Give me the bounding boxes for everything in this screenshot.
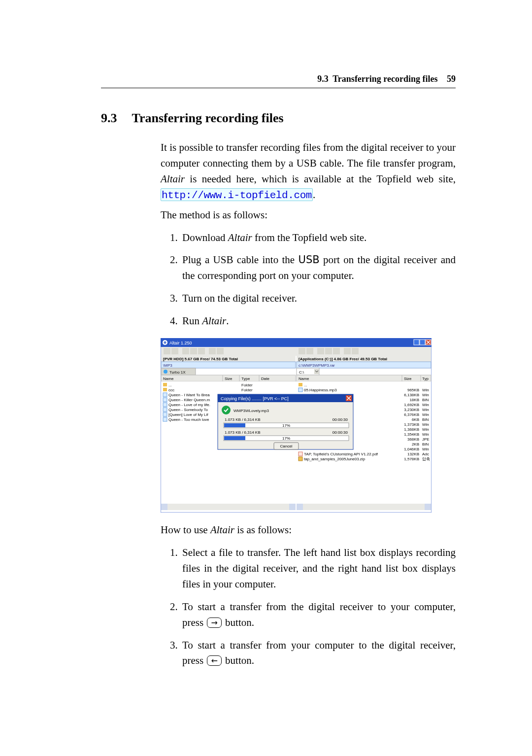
svg-text:6,376KB: 6,376KB [404, 412, 419, 417]
svg-text:965KB: 965KB [407, 388, 419, 392]
svg-text:...: ... [304, 383, 307, 387]
svg-rect-11 [299, 348, 305, 354]
howto-step-2: To start a transfer from the digital rec… [180, 599, 456, 631]
file-icon [163, 408, 167, 412]
pdf-icon [299, 452, 302, 456]
svg-text:tap_and_samples_2005June03.zip: tap_and_samples_2005June03.zip [304, 457, 366, 461]
scroll-left-icon[interactable] [297, 504, 303, 510]
svg-text:TAP, Topfield's CUstomizing AP: TAP, Topfield's CUstomizing API V1.22.pd… [304, 452, 378, 456]
section-number: 9.3 [101, 111, 117, 125]
svg-text:2KB: 2KB [412, 442, 419, 447]
method-intro: The method is as follows: [161, 207, 456, 223]
file-icon [163, 398, 167, 402]
svg-text:Folder: Folder [241, 383, 253, 387]
svg-text:1,046KB: 1,046KB [404, 447, 419, 451]
method-steps: Download Altair from the Topfield web si… [161, 230, 456, 330]
svg-text:c:\WMP3WPMP3.rar: c:\WMP3WPMP3.rar [299, 363, 335, 368]
svg-rect-79 [297, 504, 431, 510]
svg-point-82 [222, 406, 231, 414]
scroll-right-icon[interactable] [289, 504, 296, 510]
zip-icon [299, 457, 302, 461]
arrow-right-key: → [207, 618, 221, 628]
svg-text:BIN: BIN [422, 442, 429, 447]
minimize-icon[interactable] [414, 340, 419, 345]
svg-rect-12 [306, 348, 313, 354]
right-disk-stat: [Applications (C:)] 4.86 GB Free/ 49.53 … [299, 357, 387, 361]
svg-text:18KB: 18KB [409, 398, 419, 402]
svg-text:ccc: ccc [168, 388, 174, 392]
svg-text:6KB: 6KB [412, 417, 419, 422]
window-buttons [414, 340, 431, 345]
file-icon [163, 403, 167, 407]
running-head: 9.3 Transferring recording files 59 [317, 74, 456, 84]
howto-step-3: To start a transfer from your computer t… [180, 638, 456, 669]
col-size-left[interactable]: Size [225, 377, 233, 381]
head-section-title: Transferring recording files [332, 74, 437, 84]
svg-text:Queen - Somebody To: Queen - Somebody To [168, 408, 208, 412]
scroll-left-icon[interactable] [161, 504, 167, 510]
topfield-url[interactable]: http://www.i-topfield.com [161, 188, 313, 201]
scroll-right-icon[interactable] [425, 504, 431, 510]
folder-icon [163, 383, 167, 386]
svg-rect-85 [224, 423, 245, 427]
col-name-right[interactable]: Name [299, 377, 309, 381]
svg-text:Cancel: Cancel [280, 444, 293, 448]
dialog-file: WMP3WLovely.mp3 [233, 409, 269, 413]
svg-rect-17 [352, 348, 359, 354]
svg-rect-6 [182, 348, 189, 354]
svg-text:Win: Win [422, 393, 429, 397]
svg-point-22 [164, 370, 167, 374]
svg-text:1,692KB: 1,692KB [404, 403, 419, 407]
head-section-num: 9.3 [317, 74, 329, 84]
svg-text:Win: Win [422, 427, 429, 432]
svg-text:1.073 KB / 6,314 KB: 1.073 KB / 6,314 KB [225, 417, 261, 422]
svg-text:6,138KB: 6,138KB [404, 393, 419, 397]
step-4: Run Altair. [180, 313, 456, 329]
arrow-left-key: ← [207, 655, 221, 666]
svg-text:C:\: C:\ [299, 370, 304, 375]
svg-rect-13 [317, 348, 324, 354]
folder-icon [299, 383, 302, 386]
svg-text:00:00:30: 00:00:30 [332, 417, 348, 422]
svg-text:BIN: BIN [422, 398, 429, 402]
svg-text:Win: Win [422, 412, 429, 417]
left-toolbar[interactable] [164, 348, 224, 354]
howto-intro: How to use Altair is as follows: [161, 522, 456, 538]
col-type-left[interactable]: Type [241, 377, 250, 381]
svg-text:368KB: 368KB [407, 437, 419, 442]
left-path-field[interactable] [161, 362, 296, 368]
step-2: Plug a USB cable into the USB port on th… [180, 252, 456, 284]
svg-text:05.Happiness.mp3: 05.Happiness.mp3 [304, 388, 337, 392]
svg-rect-14 [325, 348, 332, 354]
intro-paragraph: It is possible to transfer recording fil… [161, 140, 456, 204]
col-typ-right[interactable]: Typ [422, 377, 429, 381]
svg-text:1,373KB: 1,373KB [404, 422, 419, 427]
head-page-num: 59 [447, 74, 456, 84]
file-icon [163, 417, 167, 421]
svg-rect-10 [217, 348, 224, 354]
file-icon [163, 412, 167, 416]
col-date-left[interactable]: Date [261, 377, 269, 381]
svg-text:Queen - Love of my life.: Queen - Love of my life. [168, 403, 210, 407]
svg-text:Win: Win [422, 447, 429, 451]
svg-text:1.073 KB / 6,314 KB: 1.073 KB / 6,314 KB [225, 430, 261, 435]
svg-text:Queen - I Want To Brea: Queen - I Want To Brea [168, 393, 210, 397]
svg-text:17%: 17% [282, 436, 290, 441]
right-toolbar[interactable] [299, 348, 359, 354]
maximize-icon[interactable] [420, 340, 425, 345]
svg-text:...: ... [168, 383, 172, 387]
svg-rect-15 [333, 348, 340, 354]
win-title: Altair 1.250 [169, 341, 192, 345]
svg-text:1,368KB: 1,368KB [404, 427, 419, 432]
dialog-title: Copying File(s) ........ [PVR <-- PC] [221, 396, 289, 401]
col-name-left[interactable]: Name [163, 377, 174, 381]
svg-text:Adc: Adc [422, 452, 429, 456]
svg-text:Folder: Folder [241, 388, 253, 392]
svg-text:BIN: BIN [422, 417, 429, 422]
intro-a: It is possible to transfer recording fil… [161, 141, 456, 169]
col-size-right[interactable]: Size [404, 377, 412, 381]
svg-text:Win: Win [422, 403, 429, 407]
svg-text:압축: 압축 [422, 457, 430, 461]
svg-text:132KB: 132KB [407, 452, 419, 456]
svg-text:Queen - Too much love: Queen - Too much love [168, 417, 209, 422]
